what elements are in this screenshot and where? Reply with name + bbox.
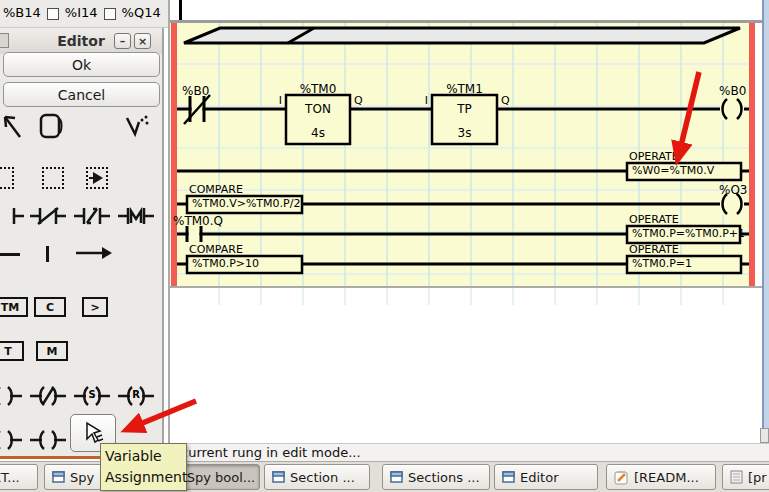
status-message: current rung in edit mode... xyxy=(181,446,361,460)
taskbar-label: [pr xyxy=(748,470,767,485)
palette-title: Editor xyxy=(57,33,105,49)
timer-tm1-preset: 3s xyxy=(432,127,497,140)
taskbar-button-sections[interactable]: Sections ... xyxy=(382,464,490,490)
timer-tm0-label: %TM0 xyxy=(286,83,350,96)
taskbar-label: Sections ... xyxy=(408,470,480,485)
compare-block-tool-icon[interactable]: > xyxy=(82,297,108,317)
compare2-header: COMPARE xyxy=(189,244,243,256)
vertical-link-tool-icon[interactable] xyxy=(46,246,49,262)
timer-tm1-type: TP xyxy=(432,103,497,116)
window-icon xyxy=(502,471,515,483)
negated-coil-tool-icon[interactable] xyxy=(30,386,66,406)
timer-block-tool-icon[interactable]: TM xyxy=(0,297,28,317)
taskbar-button-editor[interactable]: Editor xyxy=(494,464,598,490)
tooltip-line2: Assignment xyxy=(105,467,182,488)
select-rect-tool-icon[interactable] xyxy=(0,167,14,189)
cancel-label: Cancel xyxy=(58,87,105,103)
timer-tm1-label: %TM1 xyxy=(432,83,497,96)
select-block-tool-icon[interactable] xyxy=(42,167,64,189)
taskbar-label: XT... xyxy=(0,470,20,485)
operate2-expression: %TM0.P=%TM0.P+1 xyxy=(632,228,745,240)
taskbar-button-section[interactable]: Section ... xyxy=(264,464,370,490)
set-coil-letter: S xyxy=(87,389,97,400)
jump-coil-tool-icon[interactable] xyxy=(0,430,22,450)
operate2-header: OPERATE xyxy=(629,214,679,226)
contact-tm0q-label: %TM0.Q xyxy=(173,215,223,228)
taskbar-label: Section ... xyxy=(290,470,355,485)
coil-b0[interactable] xyxy=(720,98,744,120)
operate3-expression: %TM0.P=1 xyxy=(632,258,692,270)
taskbar-button-pr[interactable]: [pr xyxy=(722,464,769,490)
timer-tm0-type: TON xyxy=(286,103,350,116)
timer-tm0-pin-in: I xyxy=(268,95,282,107)
timer-tm1-pin-out: Q xyxy=(501,95,510,107)
io-toolbar: %B14 %I14 %Q14 xyxy=(0,0,168,28)
cancel-button[interactable]: Cancel xyxy=(3,82,160,107)
compare-block-glyph: > xyxy=(90,301,99,314)
timer-block-glyph: TM xyxy=(1,301,19,314)
taskbar-button-readme[interactable]: [READM... xyxy=(606,464,716,490)
taskbar-label: Spy xyxy=(70,470,94,485)
ok-button[interactable]: Ok xyxy=(3,52,160,77)
rung-header-bar[interactable] xyxy=(184,28,740,43)
operate1-header: OPERATE xyxy=(629,151,679,163)
t-block-glyph: T xyxy=(4,345,12,358)
horizontal-link-tool-icon[interactable] xyxy=(0,253,20,256)
window-icon xyxy=(272,471,285,483)
io-label-i14: %I14 xyxy=(65,6,98,20)
window-icon xyxy=(52,471,65,483)
window-icon xyxy=(390,471,403,483)
taskbar-button-xt[interactable]: XT... xyxy=(0,464,38,490)
taskbar-label: Editor xyxy=(520,470,558,485)
arrow-link-tool-icon[interactable] xyxy=(74,244,114,262)
ok-label: Ok xyxy=(72,57,91,73)
scrollbar-corner[interactable] xyxy=(760,428,769,443)
timer-tm0-pin-out: Q xyxy=(354,95,363,107)
compare1-expression: %TM0.V>%TM0.P/2 xyxy=(192,198,300,210)
window-border-right xyxy=(762,0,769,443)
taskbar-label: Spy bool... xyxy=(187,470,256,485)
contact-no-tm0q[interactable] xyxy=(187,226,201,242)
m-block-glyph: M xyxy=(47,345,58,358)
m-block-tool-icon[interactable]: M xyxy=(36,341,68,361)
coil-q3-label: %Q3 xyxy=(719,184,747,197)
compare1-header: COMPARE xyxy=(189,184,243,196)
notepad-icon xyxy=(614,470,629,485)
counter-block-tool-icon[interactable]: C xyxy=(34,297,66,317)
coil-tool-icon[interactable] xyxy=(0,386,22,406)
counter-block-glyph: C xyxy=(46,301,54,314)
close-button[interactable]: × xyxy=(134,33,151,49)
taskbar-button-spy-bool[interactable]: Spy bool... xyxy=(182,464,260,490)
tooltip-variable-assignment: Variable Assignment xyxy=(100,443,187,491)
call-coil-tool-icon[interactable] xyxy=(30,430,66,450)
palette-window-icon xyxy=(0,33,9,48)
insert-block-tool-icon[interactable] xyxy=(86,167,108,189)
contact-falling-edge-tool-icon[interactable] xyxy=(118,207,154,225)
coil-b0-label: %B0 xyxy=(719,85,746,98)
io-label-b14: %B14 xyxy=(3,6,41,20)
operate1-expression: %W0=%TM0.V xyxy=(632,165,714,177)
contact-open-tool-icon[interactable] xyxy=(0,207,24,225)
taskbar-label: [READM... xyxy=(634,470,699,485)
io-label-q14: %Q14 xyxy=(122,6,161,20)
tooltip-line1: Variable xyxy=(105,446,182,467)
document-icon xyxy=(730,470,743,484)
io-checkbox-1[interactable] xyxy=(47,8,59,20)
compare2-expression: %TM0.P>10 xyxy=(192,258,259,270)
rung-block-tool-icon[interactable] xyxy=(38,112,66,140)
minimize-glyph: – xyxy=(120,35,126,48)
variable-assignment-cursor-icon xyxy=(82,421,104,445)
io-checkbox-2[interactable] xyxy=(104,8,116,20)
close-glyph: × xyxy=(138,35,147,48)
timer-tm1-pin-in: I xyxy=(414,95,428,107)
contact-closed-tool-icon[interactable] xyxy=(30,207,66,225)
contact-rising-edge-tool-icon[interactable] xyxy=(74,207,110,225)
delete-tool-icon[interactable] xyxy=(124,112,154,140)
t-block-tool-icon[interactable]: T xyxy=(0,341,24,361)
pointer-tool-icon[interactable] xyxy=(0,112,24,140)
timer-tm0-preset: 4s xyxy=(286,127,350,140)
contact-b0-label: %B0 xyxy=(182,85,209,98)
insert-arrow-glyph xyxy=(88,169,106,187)
operate3-header: OPERATE xyxy=(629,244,679,256)
minimize-button[interactable]: – xyxy=(114,33,131,49)
